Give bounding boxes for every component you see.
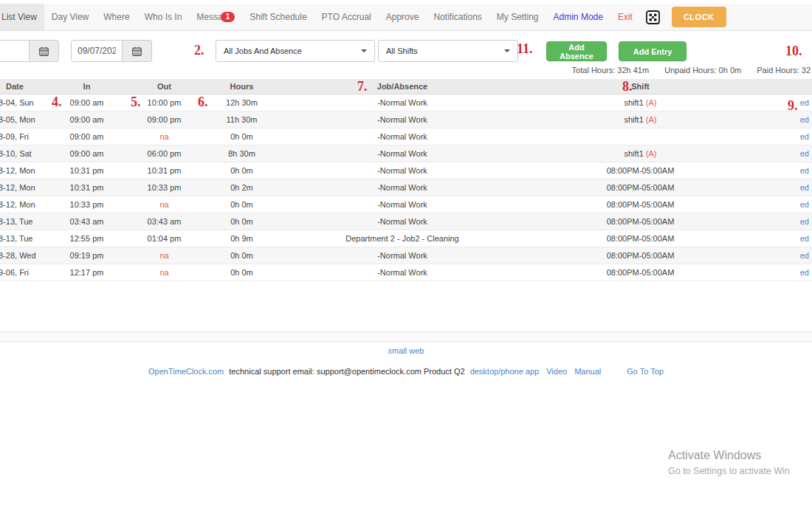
nav-item-approve[interactable]: Approve <box>379 4 427 30</box>
edit-link[interactable]: ed <box>800 115 809 124</box>
nav-item-my-setting[interactable]: My Setting <box>489 4 546 30</box>
shift-name: 08:00PM-05:00AM <box>607 234 675 243</box>
chevron-down-icon <box>361 49 367 52</box>
footer-link-go-to-top[interactable]: Go To Top <box>627 367 664 376</box>
cell-hours: 0h 0m <box>207 196 277 213</box>
small-web-link[interactable]: small web <box>388 346 424 355</box>
footer-link-opentimeclock-com[interactable]: OpenTimeClock.com <box>148 367 224 376</box>
cell-hours: 0h 0m <box>207 264 277 281</box>
nav-item-label: Approve <box>386 12 419 22</box>
nav-item-label: PTO Accrual <box>322 12 371 22</box>
shift-approved-flag: (A) <box>644 115 657 124</box>
table-row: 8-12, Mon10:31 pm10:31 pm0h 0m-Normal Wo… <box>0 162 812 179</box>
nav-item-shift-schedule[interactable]: Shift Schedule <box>242 4 314 30</box>
nav-bar: List ViewDay ViewWhereWho Is InMessa1Shi… <box>0 4 812 30</box>
activate-windows-watermark-sub: Go to Settings to activate Win <box>668 466 790 476</box>
nav-item-label: Admin Mode <box>554 12 603 22</box>
cell-job-absence: -Normal Work <box>277 162 528 179</box>
annotation-11: 11. <box>517 42 533 55</box>
edit-link[interactable]: ed <box>800 234 809 243</box>
calendar-icon[interactable] <box>30 40 59 62</box>
nav-item-label: Messa <box>196 12 222 22</box>
cell-in: 09:00 am <box>52 111 122 128</box>
cell-hours: 0h 2m <box>207 179 277 196</box>
edit-link[interactable]: ed <box>800 98 809 107</box>
footer-link-desktop-phone-app[interactable]: desktop/phone app <box>470 367 540 376</box>
footer-link-manual[interactable]: Manual <box>574 367 601 376</box>
nav-item-notifications[interactable]: Notifications <box>426 4 489 30</box>
nav-item-day-view[interactable]: Day View <box>44 4 96 30</box>
edit-link[interactable]: ed <box>800 251 809 260</box>
shifts-filter-dropdown[interactable]: All Shifts <box>378 40 518 62</box>
edit-link[interactable]: ed <box>800 166 809 175</box>
cell-hours: 11h 30m <box>207 111 277 128</box>
annotation-4: 4. <box>52 95 62 109</box>
add-absence-button[interactable]: Add Absence <box>546 41 607 61</box>
edit-link[interactable]: ed <box>800 200 809 209</box>
calendar-icon[interactable] <box>123 40 152 62</box>
column-header-job-absence: Job/Absence <box>277 79 528 94</box>
table-row: 8-28, Wed09:19 pmna0h 0m-Normal Work08:0… <box>0 247 812 264</box>
shift-approved-flag: (A) <box>644 149 657 158</box>
table-row: 8-04, Sun09:00 am10:00 pm12h 30m-Normal … <box>0 95 812 111</box>
cell-job-absence: -Normal Work <box>277 128 528 145</box>
table-body: 8-04, Sun09:00 am10:00 pm12h 30m-Normal … <box>0 95 812 281</box>
nav-item-where[interactable]: Where <box>96 4 137 30</box>
shift-name: shift1 <box>624 98 643 107</box>
nav-item-label: My Setting <box>497 12 539 22</box>
nav-item-pto-accrual[interactable]: PTO Accrual <box>314 4 379 30</box>
cell-actions: ed <box>753 264 812 281</box>
cell-out: 03:43 am <box>122 213 207 230</box>
cell-in: 10:31 pm <box>52 179 122 196</box>
footer-link-video[interactable]: Video <box>546 367 567 376</box>
table-row: 8-10, Sat09:00 am06:00 pm8h 30m-Normal W… <box>0 145 812 162</box>
edit-link[interactable]: ed <box>800 268 809 277</box>
cell-shift: 08:00PM-05:00AM <box>528 213 753 230</box>
edit-link[interactable]: ed <box>800 132 809 141</box>
small-web-row: small web <box>0 346 812 355</box>
cell-hours: 8h 30m <box>207 145 277 162</box>
edit-link[interactable]: ed <box>800 183 809 192</box>
cell-actions: ed <box>753 95 812 111</box>
qr-code-icon[interactable] <box>646 10 660 24</box>
cell-hours: 0h 0m <box>207 247 277 264</box>
cell-actions: ed <box>753 145 812 162</box>
jobs-filter-dropdown[interactable]: All Jobs And Absence <box>216 40 375 62</box>
nav-item-admin-mode[interactable]: Admin Mode <box>546 4 610 30</box>
edit-link[interactable]: ed <box>800 217 809 226</box>
add-entry-button[interactable]: Add Entry <box>619 41 687 61</box>
cell-in: 10:31 pm <box>52 162 122 179</box>
cell-shift <box>528 128 753 145</box>
cell-date: 8-12, Mon <box>0 196 52 213</box>
cell-out: na <box>122 128 207 145</box>
cell-hours: 0h 0m <box>207 162 277 179</box>
nav-item-messa[interactable]: Messa1 <box>189 4 242 30</box>
cell-date: 9-06, Fri <box>0 264 52 281</box>
shift-name: 08:00PM-05:00AM <box>607 200 675 209</box>
table-row: 8-13, Tue12:55 pm01:04 pm0h 9mDepartment… <box>0 230 812 247</box>
nav-item-who-is-in[interactable]: Who Is In <box>137 4 190 30</box>
shift-name: 08:00PM-05:00AM <box>607 183 675 192</box>
cell-shift: 08:00PM-05:00AM <box>528 162 753 179</box>
nav-tabs: List ViewDay ViewWhereWho Is InMessa1Shi… <box>0 4 640 30</box>
shift-name: shift1 <box>624 149 643 158</box>
footer-links: OpenTimeClock.comtechnical support email… <box>0 367 812 376</box>
shifts-filter-value: All Shifts <box>386 47 418 55</box>
table-row: 8-13, Tue03:43 am03:43 am0h 0m-Normal Wo… <box>0 213 812 230</box>
column-header-actions <box>753 79 812 94</box>
nav-item-list-view[interactable]: List View <box>0 4 44 30</box>
edit-link[interactable]: ed <box>800 149 809 158</box>
end-date-input[interactable] <box>71 40 123 62</box>
shift-name: 08:00PM-05:00AM <box>607 251 675 260</box>
shift-name: 08:00PM-05:00AM <box>607 217 675 226</box>
cell-in: 12:17 pm <box>52 264 122 281</box>
cell-job-absence: -Normal Work <box>277 179 528 196</box>
cell-hours: 12h 30m <box>207 95 277 111</box>
cell-job-absence: Department 2 - Job2 - Cleaning <box>277 230 528 247</box>
table-row: 8-05, Mon09:00 am09:00 pm11h 30m-Normal … <box>0 111 812 128</box>
cell-date: 8-04, Sun <box>0 95 52 111</box>
nav-item-exit[interactable]: Exit <box>610 4 640 30</box>
clock-button[interactable]: CLOCK <box>672 7 726 27</box>
start-date-input[interactable] <box>0 40 30 62</box>
shift-name: shift1 <box>624 115 643 124</box>
